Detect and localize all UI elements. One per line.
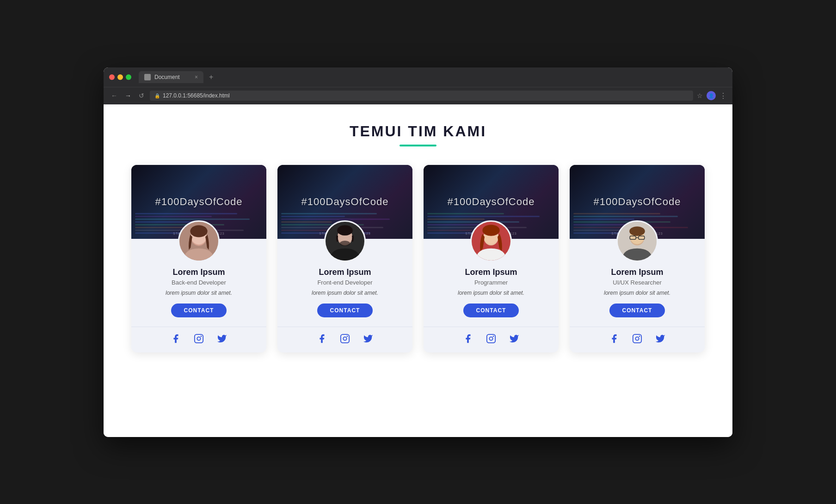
avatar-1 [178,220,220,262]
profile-button[interactable]: 👤 [707,91,716,100]
section-title: TEMUI TIM KAMI [131,123,705,140]
twitter-link-3[interactable] [509,334,519,346]
instagram-link-1[interactable] [194,334,204,346]
svg-point-5 [197,337,200,340]
avatar-2 [324,220,366,262]
avatar-wrap-4 [616,220,658,262]
lock-icon: 🔒 [154,93,160,98]
instagram-link-3[interactable] [486,334,496,346]
banner-hashtag-2: #100DaysOfCode [301,196,389,208]
card-footer-4 [570,327,705,352]
minimize-window-button[interactable] [117,74,123,80]
refresh-button[interactable]: ↺ [137,91,146,100]
browser-window: Document × + ← → ↺ 🔒 127.0.0.1:56685/ind… [104,67,732,437]
tab-title: Document [154,74,180,80]
svg-point-6 [201,335,202,337]
member-name-3: Lorem Ipsum [431,267,551,277]
member-name-4: Lorem Ipsum [577,267,697,277]
member-role-2: Front-end Developer [285,279,405,286]
address-bar[interactable]: 🔒 127.0.0.1:56685/index.html [150,91,693,101]
svg-point-3 [190,225,207,237]
avatar-wrap-2 [324,220,366,262]
url-text: 127.0.0.1:56685/index.html [163,92,230,99]
bookmark-button[interactable]: ☆ [697,92,703,99]
maximize-window-button[interactable] [126,74,131,80]
svg-point-30 [635,337,639,340]
banner-hashtag-1: #100DaysOfCode [155,196,243,208]
svg-point-31 [639,335,640,337]
member-name-2: Lorem Ipsum [285,267,405,277]
team-card-2: #100DaysOfCode STAGE-100|CODE|ARS-123 [277,165,412,352]
twitter-link-1[interactable] [217,334,227,346]
facebook-link-3[interactable] [463,334,473,346]
card-footer-2 [277,327,412,352]
member-role-4: UI/UX Researcher [577,279,697,286]
avatar-wrap-3 [470,220,512,262]
facebook-link-4[interactable] [609,334,619,346]
team-card-3: #100DaysOfCode STAGE-100|CODE|ARS-123 [424,165,559,352]
card-body-3: Lorem Ipsum Programmer lorem ipsum dolor… [424,262,559,327]
new-tab-button[interactable]: + [209,73,213,81]
svg-rect-29 [633,334,641,342]
member-bio-1: lorem ipsum dolor sit amet. [139,290,259,296]
section-underline [400,145,436,146]
svg-point-11 [340,241,350,246]
traffic-lights [109,74,131,80]
svg-rect-19 [487,334,495,342]
member-name-1: Lorem Ipsum [139,267,259,277]
svg-point-25 [629,226,645,236]
svg-point-21 [493,335,494,337]
team-card-1: #100DaysOfCode STAGE-100|CODE|ARS-123 [131,165,266,352]
banner-hashtag-3: #100DaysOfCode [448,196,535,208]
member-bio-3: lorem ipsum dolor sit amet. [431,290,551,296]
back-button[interactable]: ← [109,91,119,100]
svg-point-13 [343,337,346,340]
contact-button-4[interactable]: CONTACT [609,304,665,317]
member-role-3: Programmer [431,279,551,286]
close-window-button[interactable] [109,74,115,80]
svg-point-20 [489,337,492,340]
svg-point-10 [337,225,353,235]
svg-rect-4 [195,334,203,342]
browser-toolbar: ← → ↺ 🔒 127.0.0.1:56685/index.html ☆ 👤 ⋮ [104,87,732,104]
tab-close-button[interactable]: × [195,74,198,80]
browser-titlebar: Document × + [104,67,732,87]
tab-favicon [144,74,151,80]
section-header: TEMUI TIM KAMI [131,123,705,146]
twitter-link-4[interactable] [655,334,665,346]
contact-button-1[interactable]: CONTACT [171,304,227,317]
team-cards-grid: #100DaysOfCode STAGE-100|CODE|ARS-123 [131,165,705,352]
facebook-link-2[interactable] [317,334,327,346]
card-body-4: Lorem Ipsum UI/UX Researcher lorem ipsum… [570,262,705,327]
card-body-1: Lorem Ipsum Back-end Developer lorem ips… [131,262,266,327]
avatar-3 [470,220,512,262]
contact-button-2[interactable]: CONTACT [317,304,373,317]
avatar-wrap-1 [178,220,220,262]
page-content: TEMUI TIM KAMI [104,104,732,437]
svg-point-18 [482,225,499,236]
member-bio-2: lorem ipsum dolor sit amet. [285,290,405,296]
member-role-1: Back-end Developer [139,279,259,286]
twitter-link-2[interactable] [363,334,373,346]
banner-hashtag-4: #100DaysOfCode [594,196,681,208]
svg-point-14 [347,335,348,337]
browser-menu-button[interactable]: ⋮ [719,91,727,100]
card-footer-3 [424,327,559,352]
team-card-4: #100DaysOfCode STAGE-100|CODE|ARS-123 [570,165,705,352]
forward-button[interactable]: → [123,91,133,100]
member-bio-4: lorem ipsum dolor sit amet. [577,290,697,296]
instagram-link-4[interactable] [632,334,642,346]
card-footer-1 [131,327,266,352]
svg-rect-12 [341,334,349,342]
avatar-4 [616,220,658,262]
browser-tab[interactable]: Document × [139,71,203,83]
instagram-link-2[interactable] [340,334,350,346]
contact-button-3[interactable]: CONTACT [463,304,519,317]
facebook-link-1[interactable] [171,334,181,346]
card-body-2: Lorem Ipsum Front-end Developer lorem ip… [277,262,412,327]
